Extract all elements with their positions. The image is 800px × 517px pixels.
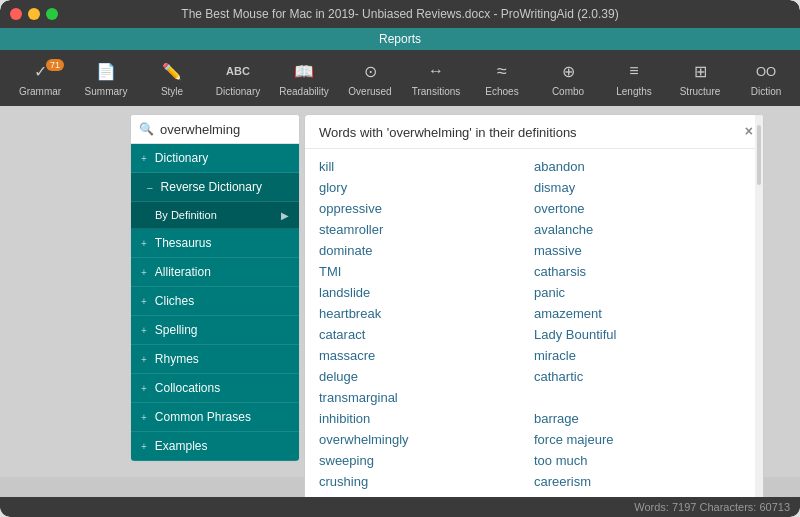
word-item[interactable] [534,388,749,407]
word-item[interactable]: overtone [534,199,749,218]
scrollbar-thumb [757,125,761,185]
reports-bar: Reports [0,28,800,50]
word-item[interactable]: barrage [534,409,749,428]
toolbar-item-structure[interactable]: ⊞ Structure [668,53,732,103]
word-item[interactable]: dominate [319,241,534,260]
word-item[interactable]: inhibition [319,409,534,428]
word-item[interactable]: sweeping [319,451,534,470]
word-item[interactable]: oppressive [319,199,534,218]
maximize-button[interactable] [46,8,58,20]
expand-icon-rhymes: + [141,354,147,365]
minimize-button[interactable] [28,8,40,20]
word-item[interactable]: panic [534,283,749,302]
right-panel-header: Words with 'overwhelming' in their defin… [305,115,763,149]
nav-label-examples: Examples [155,439,208,453]
word-item[interactable]: catharsis [534,262,749,281]
word-item[interactable]: landslide [319,283,534,302]
word-item[interactable]: overwhelmingly [319,430,534,449]
expand-icon-cliches: + [141,296,147,307]
expand-icon-examples: + [141,441,147,452]
word-item[interactable]: force majeure [534,430,749,449]
word-item[interactable]: transmarginal [319,388,534,407]
nav-item-examples[interactable]: + Examples [131,432,299,461]
toolbar-label-dictionary: Dictionary [216,86,260,97]
word-item[interactable]: too much [534,451,749,470]
readability-icon: 📖 [292,59,316,83]
nav-item-common-phrases[interactable]: + Common Phrases [131,403,299,432]
toolbar-item-transitions[interactable]: ↔ Transitions [404,53,468,103]
toolbar-label-combo: Combo [552,86,584,97]
word-item[interactable]: blitz [534,493,749,497]
nav-item-thesaurus[interactable]: + Thesaurus [131,229,299,258]
close-button[interactable] [10,8,22,20]
toolbar-item-readability[interactable]: 📖 Readability [272,53,336,103]
expand-icon-spelling: + [141,325,147,336]
toolbar-label-readability: Readability [279,86,328,97]
toolbar-label-diction: Diction [751,86,782,97]
word-item[interactable]: dismay [534,178,749,197]
toolbar-item-echoes[interactable]: ≈ Echoes [470,53,534,103]
nav-item-cliches[interactable]: + Cliches [131,287,299,316]
word-item[interactable]: cathartic [534,367,749,386]
nav-item-spelling[interactable]: + Spelling [131,316,299,345]
nav-item-reverse-dictionary[interactable]: – Reverse Dictionary [131,173,299,202]
nav-label-reverse-dictionary: Reverse Dictionary [161,180,262,194]
toolbar-item-overused[interactable]: ⊙ Overused [338,53,402,103]
toolbar-label-transitions: Transitions [412,86,461,97]
right-panel-title: Words with 'overwhelming' in their defin… [319,125,577,140]
content-area: 🔍 ◁▷ + Dictionary – Reverse Dictionary [0,106,800,497]
word-item[interactable]: avalanche [534,220,749,239]
toolbar-item-summary[interactable]: 📄 Summary [74,53,138,103]
expand-icon-dictionary: + [141,153,147,164]
word-item[interactable]: abandon [534,157,749,176]
word-item[interactable]: deluge [319,367,534,386]
nav-item-alliteration[interactable]: + Alliteration [131,258,299,287]
toolbar-item-lengths[interactable]: ≡ Lengths [602,53,666,103]
search-input[interactable] [160,122,300,137]
nav-item-collocations[interactable]: + Collocations [131,374,299,403]
nav-label-collocations: Collocations [155,381,220,395]
toolbar-label-overused: Overused [348,86,391,97]
nav-label-alliteration: Alliteration [155,265,211,279]
toolbar-item-grammar[interactable]: ✓ Grammar 71 [8,53,72,103]
word-item[interactable]: crushing [319,472,534,491]
overused-icon: ⊙ [358,59,382,83]
combo-icon: ⊕ [556,59,580,83]
toolbar-label-summary: Summary [85,86,128,97]
toolbar-item-combo[interactable]: ⊕ Combo [536,53,600,103]
right-panel: Words with 'overwhelming' in their defin… [304,114,764,497]
search-icon: 🔍 [139,122,154,136]
toolbar-item-style[interactable]: ✏️ Style [140,53,204,103]
toolbar-item-dictionary[interactable]: ABC Dictionary [206,53,270,103]
word-item[interactable]: cataract [319,325,534,344]
word-item[interactable]: heartbreak [319,304,534,323]
close-panel-button[interactable]: × [745,123,753,139]
expand-icon-alliteration: + [141,267,147,278]
arrow-icon-by-definition: ▶ [281,210,289,221]
word-item[interactable]: careerism [534,472,749,491]
echoes-icon: ≈ [490,59,514,83]
left-panel: 🔍 ◁▷ + Dictionary – Reverse Dictionary [130,114,300,462]
toolbar-label-style: Style [161,86,183,97]
search-box: 🔍 ◁▷ [131,115,299,144]
word-item[interactable]: glory [319,178,534,197]
nav-item-rhymes[interactable]: + Rhymes [131,345,299,374]
nav-label-by-definition: By Definition [155,209,217,221]
word-item[interactable]: steamroller [319,220,534,239]
nav-item-dictionary[interactable]: + Dictionary [131,144,299,173]
word-item[interactable]: massive [534,241,749,260]
word-item[interactable]: succumb [319,493,534,497]
word-item[interactable]: massacre [319,346,534,365]
structure-icon: ⊞ [688,59,712,83]
word-item[interactable]: TMI [319,262,534,281]
word-item[interactable]: Lady Bountiful [534,325,749,344]
word-item[interactable]: miracle [534,346,749,365]
word-item[interactable]: amazement [534,304,749,323]
nav-label-dictionary: Dictionary [155,151,208,165]
word-item[interactable]: kill [319,157,534,176]
words-grid: killabandonglorydismayoppressiveovertone… [319,157,749,497]
scrollbar-track[interactable] [755,115,763,497]
nav-item-by-definition[interactable]: By Definition ▶ [131,202,299,229]
diction-icon: OO [754,59,778,83]
toolbar-item-diction[interactable]: OO Diction [734,53,798,103]
